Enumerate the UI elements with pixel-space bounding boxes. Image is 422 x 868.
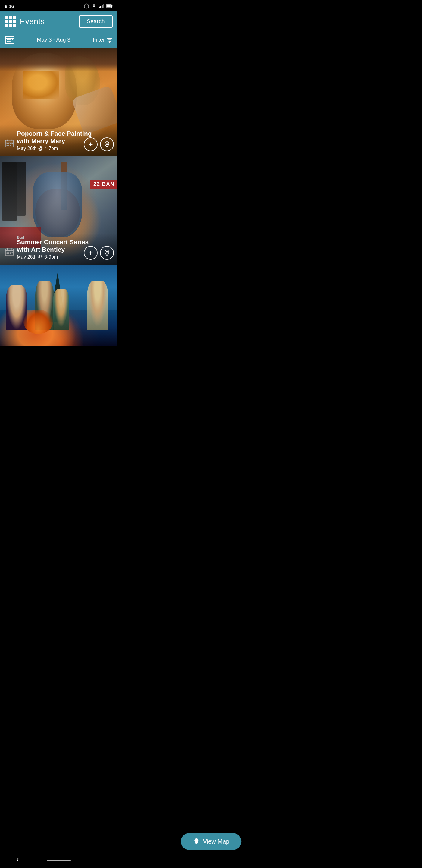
view-location-button[interactable] — [100, 137, 114, 151]
view-location-button[interactable] — [100, 246, 114, 260]
svg-rect-19 — [10, 41, 11, 42]
search-button[interactable]: Search — [79, 16, 112, 28]
svg-point-37 — [106, 143, 108, 145]
home-indicator[interactable] — [47, 860, 71, 861]
back-button[interactable] — [12, 855, 23, 866]
svg-point-51 — [106, 251, 108, 253]
svg-marker-23 — [109, 41, 110, 42]
svg-rect-3 — [100, 6, 101, 8]
filter-button[interactable]: Filter — [93, 37, 112, 43]
location-pin-icon — [104, 141, 110, 148]
event-actions — [84, 137, 114, 151]
event-actions — [84, 246, 114, 260]
concert-sign: 22 BAN — [90, 180, 118, 189]
page-title: Events — [20, 17, 45, 26]
svg-rect-2 — [99, 7, 100, 8]
plus-icon — [87, 250, 94, 256]
plus-icon — [87, 141, 94, 148]
event-card[interactable]: 22 BAN Bud Summer Concert Series with Ar… — [0, 156, 118, 265]
status-icons — [84, 3, 112, 9]
dnd-icon — [84, 3, 89, 9]
svg-rect-14 — [8, 39, 10, 40]
date-bar: May 3 - Aug 3 Filter — [0, 32, 118, 48]
grid-menu-icon[interactable] — [5, 16, 16, 27]
header-left: Events — [5, 16, 45, 27]
svg-rect-5 — [103, 4, 104, 8]
status-bar: 8:16 — [0, 0, 118, 11]
header: Events Search — [0, 11, 118, 32]
filter-label: Filter — [93, 37, 105, 43]
events-list: Popcorn & Face Painting with Merry Mary … — [0, 48, 118, 346]
event-card[interactable]: Popcorn & Face Painting with Merry Mary … — [0, 48, 118, 156]
battery-icon — [106, 4, 112, 8]
svg-rect-15 — [10, 39, 11, 40]
svg-rect-7 — [106, 5, 110, 7]
filter-icon — [107, 37, 112, 43]
svg-rect-16 — [12, 39, 13, 40]
wifi-icon — [91, 4, 97, 8]
back-icon — [14, 857, 21, 863]
add-to-calendar-button[interactable] — [84, 246, 98, 260]
date-range: May 3 - Aug 3 — [14, 37, 93, 43]
svg-rect-4 — [101, 5, 103, 8]
signal-icon — [99, 4, 104, 8]
bottom-nav — [0, 852, 118, 868]
svg-rect-13 — [7, 39, 8, 40]
calendar-icon — [5, 35, 14, 44]
add-to-calendar-button[interactable] — [84, 137, 98, 151]
svg-rect-8 — [112, 5, 112, 7]
event-card[interactable] — [0, 265, 118, 346]
svg-rect-18 — [8, 41, 10, 42]
status-time: 8:16 — [5, 4, 14, 9]
svg-rect-17 — [7, 41, 8, 42]
location-pin-icon — [104, 250, 110, 256]
calendar-icon-button[interactable] — [5, 35, 14, 45]
